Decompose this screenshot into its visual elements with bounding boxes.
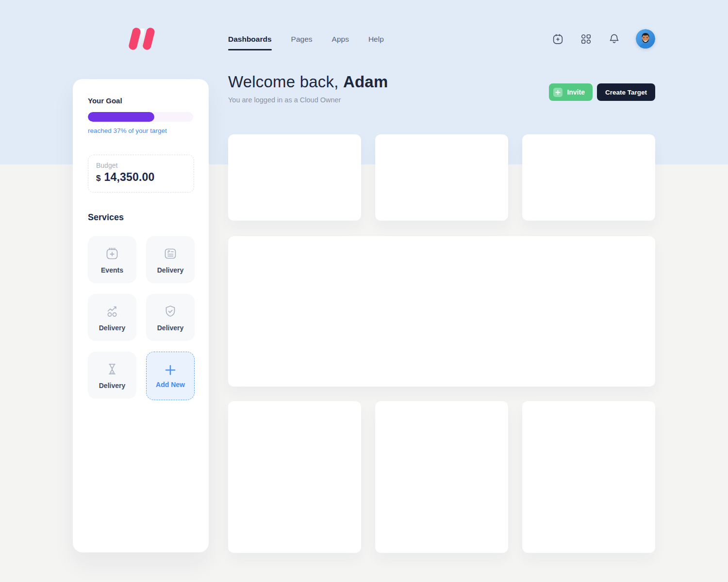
notifications-bell-icon[interactable] — [608, 32, 620, 45]
services-grid: Events Delivery Delivery — [88, 236, 194, 400]
create-target-label: Create Target — [605, 89, 647, 96]
top-icon-group — [551, 29, 655, 48]
plus-icon — [553, 88, 563, 97]
primary-nav: Dashboards Pages Apps Help — [228, 35, 384, 50]
service-tile-label: Delivery — [157, 324, 183, 332]
brand-logo-icon — [127, 27, 156, 50]
budget-amount: $ 14,350.00 — [96, 171, 186, 184]
widget-card-empty-1[interactable] — [228, 134, 361, 221]
hourglass-icon — [104, 361, 120, 377]
service-tile-delivery-3[interactable]: Delivery — [146, 294, 195, 341]
nav-item-dashboards[interactable]: Dashboards — [228, 35, 272, 50]
brand-logo[interactable] — [127, 27, 156, 50]
apps-grid-icon[interactable] — [579, 32, 592, 45]
widget-card-empty-5[interactable] — [375, 401, 508, 553]
header-actions: Invite Create Target — [549, 83, 655, 101]
goal-caption-link[interactable]: reached 37% of your target — [88, 127, 194, 134]
calendar-add-icon[interactable] — [551, 32, 564, 45]
budget-box: Budget $ 14,350.00 — [88, 155, 194, 193]
widget-card-empty-4[interactable] — [228, 401, 361, 553]
service-tile-label: Delivery — [157, 266, 183, 274]
budget-currency: $ — [96, 174, 100, 183]
calendar-plus-icon — [104, 245, 120, 262]
widget-card-empty-6[interactable] — [522, 401, 655, 553]
nav-item-help[interactable]: Help — [368, 35, 384, 50]
service-tile-label: Delivery — [99, 382, 125, 389]
invite-button-label: Invite — [567, 88, 585, 96]
budget-value: 14,350.00 — [104, 171, 154, 184]
welcome-subtitle: You are logged in as a Cloud Owner — [228, 96, 388, 104]
add-new-service-tile[interactable]: Add New — [146, 352, 195, 400]
widget-card-empty-wide[interactable] — [228, 236, 655, 387]
invite-button[interactable]: Invite — [549, 83, 593, 101]
services-title: Services — [88, 212, 194, 223]
nav-item-apps[interactable]: Apps — [332, 35, 349, 50]
invoice-icon — [162, 245, 179, 262]
welcome-name: Adam — [343, 73, 388, 91]
service-tile-delivery-2[interactable]: Delivery — [88, 294, 136, 341]
top-bar: Dashboards Pages Apps Help — [0, 0, 728, 58]
widget-card-empty-2[interactable] — [375, 134, 508, 221]
service-tile-delivery-1[interactable]: Delivery — [146, 236, 195, 283]
welcome-prefix: Welcome back, — [228, 73, 343, 91]
service-tile-label: Delivery — [99, 324, 125, 332]
widget-card-empty-3[interactable] — [522, 134, 655, 221]
main-content: Welcome back, Adam You are logged in as … — [228, 73, 655, 104]
budget-label: Budget — [96, 162, 186, 169]
chart-trend-icon — [104, 303, 120, 320]
goal-title: Your Goal — [88, 97, 194, 105]
goal-progress-bar — [88, 112, 193, 122]
service-tile-events[interactable]: Events — [88, 236, 136, 283]
plus-icon — [164, 364, 177, 376]
page-title: Welcome back, Adam — [228, 73, 388, 91]
shield-check-icon — [162, 303, 179, 320]
sidebar-panel: Your Goal reached 37% of your target Bud… — [73, 79, 209, 552]
create-target-button[interactable]: Create Target — [597, 83, 655, 101]
service-tile-delivery-4[interactable]: Delivery — [88, 352, 136, 399]
goal-progress-fill — [88, 112, 154, 122]
service-tile-label: Events — [101, 266, 123, 274]
avatar[interactable] — [636, 29, 655, 48]
service-tile-label: Add New — [156, 381, 185, 388]
nav-item-pages[interactable]: Pages — [291, 35, 313, 50]
